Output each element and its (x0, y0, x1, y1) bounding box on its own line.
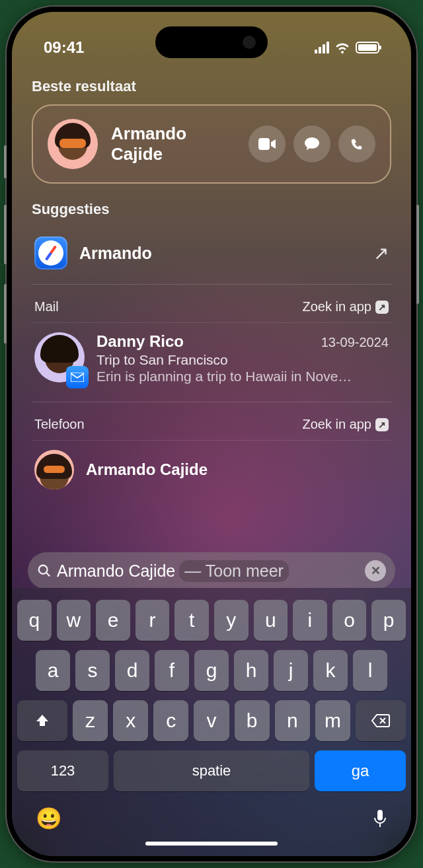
open-arrow-icon: ↗ (373, 242, 389, 264)
show-more-hint: — Toon meer (179, 560, 289, 582)
key-a[interactable]: a (36, 650, 70, 691)
mail-app-badge-icon (66, 366, 89, 388)
facetime-button[interactable] (249, 126, 286, 163)
suggestion-label: Armando (79, 244, 373, 263)
message-button[interactable] (293, 126, 330, 163)
phone-section-header: Telefoon Zoek in app ↗ (32, 402, 391, 440)
mail-result-row[interactable]: Danny Rico 13-09-2024 Trip to San Franci… (32, 322, 391, 396)
safari-icon (34, 236, 67, 270)
key-e[interactable]: e (96, 600, 130, 641)
search-input[interactable]: Armando Cajide — Toon meer ✕ (28, 552, 395, 589)
status-time: 09:41 (44, 38, 84, 57)
suggestions-header: Suggesties (32, 201, 391, 218)
keyboard: qwertyuiop asdfghjkl zxcvbnm 123 spatie … (12, 588, 411, 856)
key-y[interactable]: y (214, 600, 249, 641)
key-w[interactable]: w (57, 600, 91, 641)
contact-avatar (48, 119, 98, 169)
numbers-key[interactable]: 123 (17, 750, 108, 791)
key-b[interactable]: b (235, 700, 270, 741)
key-d[interactable]: d (115, 650, 149, 691)
shift-key[interactable] (17, 700, 67, 741)
key-r[interactable]: r (135, 600, 170, 641)
mail-sender: Danny Rico (96, 332, 184, 351)
open-app-icon: ↗ (375, 418, 389, 431)
key-x[interactable]: x (113, 700, 148, 741)
dictation-key[interactable] (373, 809, 387, 828)
mail-section-title: Mail (34, 299, 59, 314)
contact-avatar (34, 450, 74, 489)
battery-icon (356, 42, 379, 54)
keyboard-row-4: 123 spatie ga (17, 750, 406, 791)
svg-rect-6 (377, 810, 383, 820)
key-q[interactable]: q (17, 600, 52, 641)
phone-frame: 09:41 Beste resultaat Armando Cajide (7, 7, 416, 861)
space-key[interactable]: spatie (114, 750, 309, 791)
phone-contact-name: Armando Cajide (86, 460, 389, 479)
key-k[interactable]: k (313, 650, 348, 691)
go-key[interactable]: ga (315, 750, 406, 791)
dynamic-island (155, 26, 268, 58)
keyboard-row-2: asdfghjkl (17, 650, 406, 691)
key-v[interactable]: v (194, 700, 229, 741)
phone-result-row[interactable]: Armando Cajide (32, 440, 391, 489)
key-n[interactable]: n (275, 700, 310, 741)
suggestion-safari[interactable]: Armando ↗ (32, 227, 391, 279)
key-u[interactable]: u (254, 600, 288, 641)
mail-date: 13-09-2024 (321, 335, 389, 350)
clear-search-button[interactable]: ✕ (365, 560, 386, 581)
contact-name: Armando Cajide (111, 124, 249, 164)
key-c[interactable]: c (153, 700, 188, 741)
mail-subject: Trip to San Francisco (96, 352, 389, 368)
search-in-app-phone[interactable]: Zoek in app ↗ (302, 417, 389, 432)
search-query-text: Armando Cajide (57, 561, 175, 581)
best-result-header: Beste resultaat (32, 78, 391, 95)
backspace-key[interactable] (356, 700, 406, 741)
phone-section-title: Telefoon (34, 417, 85, 432)
emoji-key[interactable]: 😀 (36, 806, 62, 831)
svg-point-2 (39, 565, 48, 574)
open-app-icon: ↗ (375, 301, 389, 314)
key-m[interactable]: m (315, 700, 350, 741)
best-result-card[interactable]: Armando Cajide (32, 104, 391, 184)
key-i[interactable]: i (293, 600, 327, 641)
svg-rect-0 (258, 138, 270, 150)
search-icon (37, 563, 52, 578)
mail-section-header: Mail Zoek in app ↗ (32, 284, 391, 322)
svg-line-3 (46, 573, 50, 577)
signal-icon (315, 42, 329, 54)
key-f[interactable]: f (155, 650, 189, 691)
wifi-icon (334, 42, 350, 54)
search-in-app-mail[interactable]: Zoek in app ↗ (302, 299, 389, 314)
screen: 09:41 Beste resultaat Armando Cajide (12, 12, 411, 856)
key-h[interactable]: h (234, 650, 268, 691)
mail-preview: Erin is planning a trip to Hawaii in Nov… (96, 369, 389, 384)
home-indicator[interactable] (145, 842, 278, 846)
key-t[interactable]: t (174, 600, 209, 641)
call-button[interactable] (338, 126, 375, 163)
key-o[interactable]: o (332, 600, 367, 641)
svg-rect-1 (71, 373, 84, 382)
key-z[interactable]: z (73, 700, 108, 741)
key-l[interactable]: l (353, 650, 387, 691)
key-p[interactable]: p (371, 600, 406, 641)
key-g[interactable]: g (194, 650, 229, 691)
keyboard-row-3: zxcvbnm (17, 700, 406, 741)
key-j[interactable]: j (274, 650, 308, 691)
keyboard-row-1: qwertyuiop (17, 600, 406, 641)
key-s[interactable]: s (75, 650, 110, 691)
